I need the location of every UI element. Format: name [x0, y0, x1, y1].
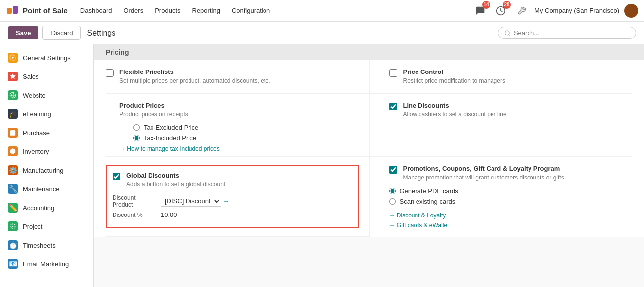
generate-pdf-radio[interactable] [389, 188, 396, 194]
tax-included-link[interactable]: → How to manage tax-included prices [119, 145, 349, 152]
scan-existing-label: Scan existing cards [400, 198, 455, 205]
flexible-pricelists-setting: Flexible Pricelists Set multiple prices … [106, 60, 369, 94]
discard-button[interactable]: Discard [42, 26, 81, 40]
tax-included-radio[interactable] [133, 135, 140, 141]
sidebar-item-general-settings[interactable]: General Settings [0, 48, 93, 67]
discount-loyalty-link[interactable]: → Discount & Loyalty [389, 212, 633, 219]
global-discounts-box: Global Discounts Adds a button to set a … [106, 165, 359, 229]
price-radio-group: Tax-Excluded Price Tax-Included Price [133, 124, 349, 142]
messages-button[interactable]: 14 [472, 3, 488, 19]
sidebar-item-timesheets[interactable]: ⏱️ Timesheets [0, 236, 93, 254]
discount-product-select-wrapper: [DISC] Discount → [161, 196, 229, 207]
sidebar-label-timesheets: Timesheets [23, 242, 56, 249]
promotions-checkbox[interactable] [389, 166, 397, 174]
pricing-section-header: Pricing [94, 44, 644, 60]
nav-reporting[interactable]: Reporting [188, 4, 225, 17]
user-avatar[interactable] [624, 4, 638, 18]
price-control-checkbox[interactable] [389, 69, 397, 77]
sidebar-item-inventory[interactable]: Inventory [0, 142, 93, 161]
sidebar-label-elearning: eLearning [23, 110, 51, 118]
sidebar: General Settings Sales Website 🎓 eLearni… [0, 44, 94, 287]
sidebar-item-accounting[interactable]: ✏️ Accounting [0, 198, 93, 217]
discount-product-arrow[interactable]: → [223, 197, 229, 205]
sidebar-label-website: Website [23, 92, 46, 99]
nav-products[interactable]: Products [150, 4, 185, 17]
global-discounts-desc: Adds a button to set a global discount [126, 180, 225, 189]
company-name[interactable]: My Company (San Francisco) [534, 7, 619, 14]
timesheets-icon: ⏱️ [8, 240, 18, 250]
line-discounts-checkbox[interactable] [389, 103, 397, 110]
promotions-setting: Promotions, Coupons, Gift Card & Loyalty… [369, 157, 633, 237]
sidebar-item-website[interactable]: Website [0, 86, 93, 105]
sidebar-label-project: Project [23, 223, 42, 230]
gift-cards-link[interactable]: → Gift cards & eWallet [389, 222, 633, 229]
tax-excluded-option[interactable]: Tax-Excluded Price [133, 124, 349, 131]
sidebar-item-email-marketing[interactable]: 📧 Email Marketing [0, 254, 93, 273]
discount-pct-value: 10.00 [161, 211, 177, 218]
purchase-icon [8, 128, 18, 138]
main-layout: General Settings Sales Website 🎓 eLearni… [0, 44, 644, 287]
tax-excluded-radio[interactable] [133, 124, 140, 131]
settings-button[interactable] [514, 3, 530, 19]
sidebar-label-inventory: Inventory [23, 148, 49, 155]
promo-radio-group: Generate PDF cards Scan existing cards [389, 187, 633, 205]
discount-product-label: DiscountProduct [113, 194, 157, 208]
tax-included-label: Tax-Included Price [144, 134, 196, 142]
sidebar-label-accounting: Accounting [23, 204, 54, 212]
global-discounts-checkbox[interactable] [113, 173, 120, 180]
save-button[interactable]: Save [8, 26, 38, 39]
product-prices-label: Product Prices [119, 102, 349, 109]
settings-grid: Flexible Pricelists Set multiple prices … [106, 60, 632, 237]
sidebar-item-elearning[interactable]: 🎓 eLearning [0, 105, 93, 123]
nav-orders[interactable]: Orders [118, 4, 148, 17]
website-icon [8, 90, 18, 100]
sidebar-item-maintenance[interactable]: 🔧 Maintenance [0, 179, 93, 198]
discount-pct-label: Discount % [113, 212, 157, 218]
app-logo[interactable]: Point of Sale [6, 4, 68, 18]
flexible-pricelists-checkbox[interactable] [106, 69, 114, 77]
toolbar: Save Discard Settings [0, 22, 644, 44]
price-control-setting: Price Control Restrict price modificatio… [369, 60, 633, 94]
project-icon [8, 221, 18, 231]
discount-fields: DiscountProduct [DISC] Discount → Discou… [113, 194, 352, 218]
flexible-pricelists-label: Flexible Pricelists [119, 68, 270, 75]
sidebar-label-sales: Sales [23, 73, 39, 80]
promo-links: → Discount & Loyalty → Gift cards & eWal… [389, 212, 633, 229]
search-icon [504, 30, 511, 36]
messages-badge: 14 [482, 1, 490, 9]
pricing-title: Pricing [106, 48, 129, 56]
line-discounts-label: Line Discounts [403, 102, 507, 109]
svg-point-4 [12, 57, 14, 59]
price-control-desc: Restrict price modification to managers [403, 77, 505, 85]
sales-icon [8, 72, 18, 81]
line-discounts-setting: Line Discounts Allow cashiers to set a d… [369, 94, 633, 157]
scan-existing-option[interactable]: Scan existing cards [389, 198, 633, 205]
page-title: Settings [87, 29, 115, 37]
email-marketing-icon: 📧 [8, 259, 18, 269]
nav-dashboard[interactable]: Dashboard [76, 4, 117, 17]
search-input[interactable] [514, 29, 630, 36]
price-control-label: Price Control [403, 68, 505, 75]
activity-button[interactable]: 28 [493, 3, 509, 19]
inventory-icon [8, 146, 18, 156]
scan-existing-radio[interactable] [389, 198, 396, 205]
sidebar-item-purchase[interactable]: Purchase [0, 123, 93, 142]
sidebar-item-manufacturing[interactable]: ⚙️ Manufacturing [0, 161, 93, 179]
discount-product-select[interactable]: [DISC] Discount [161, 196, 221, 207]
tax-included-option[interactable]: Tax-Included Price [133, 134, 349, 142]
app-title: Point of Sale [23, 6, 68, 15]
line-discounts-desc: Allow cashiers to set a discount per lin… [403, 110, 507, 119]
nav-links: Dashboard Orders Products Reporting Conf… [76, 4, 275, 17]
sidebar-item-project[interactable]: Project [0, 217, 93, 236]
generate-pdf-option[interactable]: Generate PDF cards [389, 187, 633, 195]
svg-rect-1 [13, 6, 18, 14]
product-prices-setting: Product Prices Product prices on receipt… [106, 94, 369, 157]
sidebar-label-email-marketing: Email Marketing [23, 260, 69, 268]
search-bar [498, 27, 636, 39]
svg-rect-0 [7, 8, 12, 14]
general-settings-icon [8, 53, 18, 63]
sidebar-item-sales[interactable]: Sales [0, 67, 93, 86]
nav-configuration[interactable]: Configuration [227, 4, 275, 17]
sidebar-label-purchase: Purchase [23, 129, 50, 137]
global-discounts-label: Global Discounts [126, 172, 225, 179]
